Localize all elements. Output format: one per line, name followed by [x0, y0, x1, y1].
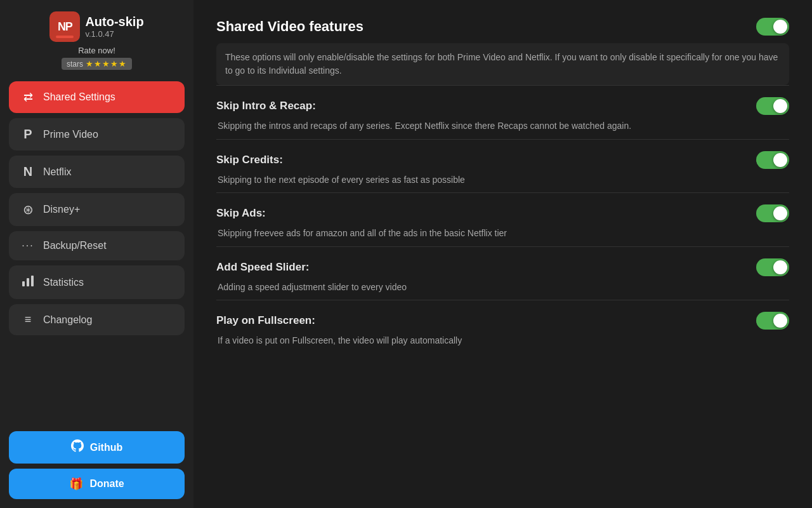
- sidebar-item-statistics[interactable]: Statistics: [9, 265, 185, 299]
- setting-desc-3: Adding a speed adjustment slider to ever…: [216, 281, 789, 294]
- donate-button[interactable]: 🎁 Donate: [9, 469, 185, 499]
- svg-rect-0: [22, 281, 25, 286]
- setting-row-3: Add Speed Slider: Adding a speed adjustm…: [216, 247, 789, 300]
- setting-toggle-slider-2: [756, 204, 789, 222]
- rate-label: Rate now!: [78, 46, 115, 55]
- setting-toggle-slider-4: [756, 312, 789, 330]
- section-master-toggle[interactable]: [756, 18, 789, 36]
- setting-row-4: Play on Fullscreen: If a video is put on…: [216, 300, 789, 354]
- setting-toggle-3[interactable]: [756, 258, 789, 276]
- stars-text: stars: [67, 60, 83, 69]
- setting-top-3: Add Speed Slider:: [216, 258, 789, 276]
- setting-desc-4: If a video is put on Fullscreen, the vid…: [216, 335, 789, 347]
- setting-row-1: Skip Credits: Skipping to the next episo…: [216, 140, 789, 193]
- github-button[interactable]: Github: [9, 431, 185, 464]
- setting-toggle-slider-1: [756, 151, 789, 169]
- sidebar-label-netflix: Netflix: [43, 166, 71, 178]
- section-header: Shared Video features: [216, 18, 789, 36]
- disney-plus-icon: ⊛: [20, 202, 36, 217]
- sidebar-label-disney-plus: Disney+: [43, 204, 80, 215]
- sidebar-item-shared-settings[interactable]: ⇄ Shared Settings: [9, 81, 185, 113]
- shared-settings-icon: ⇄: [20, 90, 36, 104]
- svg-rect-2: [31, 276, 34, 286]
- donate-label: Donate: [89, 478, 124, 490]
- github-label: Github: [90, 442, 123, 453]
- donate-icon: 🎁: [69, 477, 83, 491]
- sidebar-label-backup-reset: Backup/Reset: [43, 240, 107, 251]
- sidebar-label-changelog: Changelog: [43, 314, 92, 326]
- setting-toggle-slider-3: [756, 258, 789, 276]
- section-title: Shared Video features: [216, 18, 363, 35]
- sidebar-item-disney-plus[interactable]: ⊛ Disney+: [9, 193, 185, 226]
- netflix-icon: N: [20, 164, 36, 179]
- github-icon: [71, 439, 84, 455]
- setting-row-2: Skip Ads: Skipping freevee ads for amazo…: [216, 193, 789, 246]
- sidebar-item-prime-video[interactable]: P Prime Video: [9, 118, 185, 150]
- setting-toggle-1[interactable]: [756, 151, 789, 169]
- sidebar-item-backup-reset[interactable]: ··· Backup/Reset: [9, 231, 185, 260]
- setting-toggle-0[interactable]: [756, 97, 789, 115]
- setting-label-0: Skip Intro & Recap:: [216, 100, 316, 112]
- sidebar-item-changelog[interactable]: ≡ Changelog: [9, 304, 185, 335]
- main-content: Shared Video features These options will…: [193, 0, 812, 508]
- setting-top-0: Skip Intro & Recap:: [216, 97, 789, 115]
- setting-label-4: Play on Fullscreen:: [216, 314, 315, 327]
- setting-desc-0: Skipping the intros and recaps of any se…: [216, 120, 789, 133]
- app-title: Auto-skip: [85, 15, 143, 29]
- setting-label-3: Add Speed Slider:: [216, 261, 309, 274]
- sidebar-label-statistics: Statistics: [43, 277, 84, 288]
- bottom-buttons: Github 🎁 Donate: [9, 431, 185, 499]
- setting-label-2: Skip Ads:: [216, 207, 266, 220]
- sidebar-label-shared-settings: Shared Settings: [43, 91, 115, 103]
- statistics-icon: [20, 274, 36, 290]
- setting-desc-1: Skipping to the next episode of every se…: [216, 174, 789, 187]
- logo-area: NP Auto-skip v.1.0.47 Rate now! stars ★★…: [9, 11, 185, 70]
- svg-rect-1: [27, 278, 29, 286]
- prime-video-icon: P: [20, 127, 36, 142]
- setting-label-1: Skip Credits:: [216, 154, 283, 166]
- sidebar-label-prime-video: Prime Video: [43, 129, 98, 140]
- setting-row-0: Skip Intro & Recap: Skipping the intros …: [216, 86, 789, 139]
- setting-top-2: Skip Ads:: [216, 204, 789, 222]
- settings-list: Skip Intro & Recap: Skipping the intros …: [216, 86, 789, 354]
- stars-icons: ★★★★★: [86, 59, 127, 69]
- app-logo: NP: [49, 11, 80, 42]
- setting-toggle-4[interactable]: [756, 312, 789, 330]
- nav-items: ⇄ Shared Settings P Prime Video N Netfli…: [9, 81, 185, 424]
- section-master-toggle-slider: [756, 18, 789, 36]
- setting-toggle-slider-0: [756, 97, 789, 115]
- setting-top-1: Skip Credits:: [216, 151, 789, 169]
- changelog-icon: ≡: [20, 313, 36, 326]
- rate-area: Rate now! stars ★★★★★: [62, 46, 132, 70]
- sidebar: NP Auto-skip v.1.0.47 Rate now! stars ★★…: [0, 0, 193, 508]
- app-version: v.1.0.47: [85, 29, 143, 39]
- setting-desc-2: Skipping freevee ads for amazon and all …: [216, 227, 789, 240]
- sidebar-item-netflix[interactable]: N Netflix: [9, 156, 185, 188]
- section-description: These options will only enable/disable t…: [216, 43, 789, 85]
- setting-top-4: Play on Fullscreen:: [216, 312, 789, 330]
- backup-reset-icon: ···: [20, 240, 36, 251]
- setting-toggle-2[interactable]: [756, 204, 789, 222]
- stars-badge[interactable]: stars ★★★★★: [62, 58, 132, 70]
